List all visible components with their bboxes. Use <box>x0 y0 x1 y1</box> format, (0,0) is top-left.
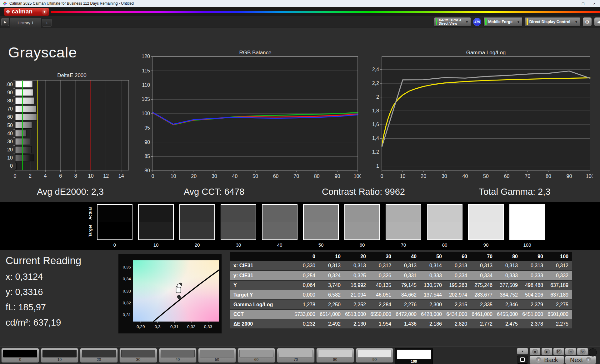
pattern-patch-80[interactable]: 80 <box>316 348 354 363</box>
table-cell: 2,275 <box>547 300 572 309</box>
stop-button[interactable]: ■ <box>529 348 541 355</box>
svg-text:30: 30 <box>7 139 13 144</box>
table-cell: 0,333 <box>420 271 446 280</box>
collapse-left-icon: ◀ <box>597 20 600 24</box>
next-button[interactable]: Next » <box>565 356 596 364</box>
collapse-panel-button[interactable]: ◀ <box>594 17 600 27</box>
pattern-patch-90[interactable]: 90 <box>356 348 393 363</box>
swatch-level-label: 20 <box>195 242 200 248</box>
table-row: Gamma Log/Log1,2782,2502,2522,2842,2762,… <box>230 300 572 309</box>
pattern-control-bar: 0102030405060708090100 ▲ ■▶[·]∞↻ « Back … <box>0 346 600 364</box>
table-cell: 498,488 <box>522 280 547 290</box>
pattern-window-button[interactable] <box>517 356 528 364</box>
table-cell: 2,250 <box>319 300 344 309</box>
minimize-button[interactable]: – <box>566 0 578 7</box>
layout-expander-button[interactable]: ▶ <box>1 18 9 26</box>
table-cell: 40,135 <box>370 280 395 290</box>
swatch-level-label: 80 <box>442 242 448 248</box>
pattern-patch-30[interactable]: 30 <box>119 348 157 363</box>
svg-text:90: 90 <box>144 140 150 145</box>
svg-text:1,2: 1,2 <box>372 149 379 155</box>
calman-menu-button[interactable]: ❖ calman ▼ <box>4 8 49 16</box>
svg-text:0,32: 0,32 <box>123 301 131 305</box>
back-button[interactable]: « Back <box>529 356 564 364</box>
swatch-level-label: 40 <box>277 242 282 248</box>
table-cell: 0,313 <box>344 261 370 271</box>
svg-text:70: 70 <box>525 174 530 179</box>
patch-label: 10 <box>42 357 77 362</box>
probe-meter-dropdown[interactable]: X-Rite i1Pro 3 Direct View ▼ <box>434 17 471 27</box>
svg-text:1,4: 1,4 <box>372 135 379 141</box>
swatch-actual <box>304 205 338 222</box>
svg-text:1: 1 <box>376 163 379 169</box>
svg-text:0: 0 <box>152 174 154 179</box>
maximize-button[interactable]: □ <box>578 0 589 7</box>
pattern-patch-0[interactable]: 0 <box>1 348 39 363</box>
pattern-patch-40[interactable]: 40 <box>159 348 197 363</box>
contrast-ratio-stat: Contrast Ratio: 9962 <box>306 187 421 197</box>
swatch-actual <box>345 205 379 222</box>
pattern-patch-20[interactable]: 20 <box>80 348 118 363</box>
settings-gear-button[interactable]: ⚙ <box>582 17 592 27</box>
add-tab-button[interactable]: + <box>42 19 52 27</box>
pattern-patch-10[interactable]: 10 <box>41 348 78 363</box>
svg-text:0,33: 0,33 <box>204 324 212 329</box>
svg-text:30: 30 <box>212 174 217 179</box>
close-button[interactable]: × <box>589 0 600 7</box>
svg-text:RGB Balance: RGB Balance <box>239 50 272 56</box>
table-cell: 2,252 <box>344 300 370 309</box>
svg-text:10: 10 <box>7 155 13 160</box>
expand-pattern-panel-button[interactable]: ▲ <box>517 348 528 355</box>
patch-color <box>200 350 234 357</box>
probe-meter-chevron-icon: ▼ <box>465 20 468 24</box>
table-cell: 2,130 <box>344 319 370 329</box>
svg-text:40: 40 <box>462 174 468 179</box>
column-header-30: 30 <box>370 252 395 261</box>
svg-text:70: 70 <box>7 106 13 111</box>
swatch-actual <box>469 205 503 222</box>
svg-text:50: 50 <box>252 174 258 179</box>
table-cell: 6514,000 <box>319 309 344 319</box>
refresh-button[interactable]: ↻ <box>577 348 588 355</box>
play-button[interactable]: ▶ <box>541 348 552 355</box>
measure-transport-controls: ■▶[·]∞↻ <box>529 348 588 355</box>
calman-menu-chevron-icon[interactable]: ▼ <box>42 9 48 15</box>
table-cell: 0,334 <box>446 271 471 280</box>
continuous-measure-button[interactable]: ∞ <box>565 348 576 355</box>
swatch-level-label: 70 <box>401 242 406 248</box>
svg-text:105: 105 <box>142 96 150 102</box>
grayscale-swatch-30: 30 <box>221 204 256 248</box>
grayscale-swatch-60: 60 <box>344 204 380 248</box>
swatch-actual <box>98 205 132 222</box>
source-meter-dropdown[interactable]: Mobile Forge ▼ <box>483 17 522 27</box>
pattern-patch-50[interactable]: 50 <box>198 348 236 363</box>
calman-logo-icon: ❖ <box>6 9 10 15</box>
swatch-level-label: 30 <box>236 242 241 248</box>
column-header-10: 10 <box>319 252 344 261</box>
cie-chromaticity-chart: 0,350,340,330,320,310,290,30,310,320,33 <box>118 254 222 334</box>
display-control-dropdown[interactable]: Direct Display Control ▼ <box>525 17 580 27</box>
single-measure-button[interactable]: [·] <box>553 348 564 355</box>
source-meter-chevron-icon: ▼ <box>517 20 520 24</box>
pattern-patch-60[interactable]: 60 <box>238 348 275 363</box>
tab-history-1[interactable]: History 1 <box>10 18 41 27</box>
svg-text:100: 100 <box>142 111 150 116</box>
svg-text:100: 100 <box>354 174 361 179</box>
svg-text:DeltaE 2000: DeltaE 2000 <box>57 72 87 78</box>
row-label: Y <box>230 280 294 290</box>
page-title: Grayscale <box>8 44 77 61</box>
swatch-level-label: 100 <box>523 242 531 248</box>
svg-text:2,2: 2,2 <box>372 81 379 86</box>
pattern-patch-100[interactable]: 100 <box>395 348 433 364</box>
table-cell: 0,313 <box>395 261 420 271</box>
title-bar: Calman 2025 Calman Ultimate for Business… <box>0 0 600 7</box>
swatch-target <box>180 222 214 240</box>
svg-text:50: 50 <box>483 174 489 179</box>
grayscale-swatch-40: 40 <box>262 204 298 248</box>
probe-meter-line2: Direct View <box>439 22 461 25</box>
deltae-2000-chart: 100908070605040302010002468101214DeltaE … <box>6 61 131 184</box>
reading-fl-value: fL: 185,97 <box>6 302 81 312</box>
pattern-patch-70[interactable]: 70 <box>277 348 315 363</box>
single-measure-icon: [·] <box>556 349 562 355</box>
table-cell: 0,313 <box>522 261 547 271</box>
